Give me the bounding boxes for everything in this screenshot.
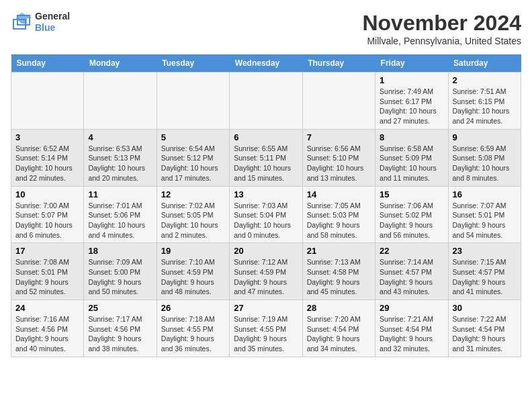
day-number: 13: [234, 189, 298, 199]
calendar-cell: 9Sunrise: 6:59 AM Sunset: 5:08 PM Daylig…: [448, 129, 521, 186]
day-info: Sunrise: 7:07 AM Sunset: 5:01 PM Dayligh…: [453, 201, 517, 240]
day-number: 2: [453, 75, 517, 85]
day-info: Sunrise: 6:59 AM Sunset: 5:08 PM Dayligh…: [453, 144, 517, 183]
day-info: Sunrise: 6:55 AM Sunset: 5:11 PM Dayligh…: [234, 144, 298, 183]
day-info: Sunrise: 6:53 AM Sunset: 5:13 PM Dayligh…: [88, 144, 152, 183]
day-info: Sunrise: 7:12 AM Sunset: 4:59 PM Dayligh…: [234, 257, 298, 297]
day-info: Sunrise: 7:15 AM Sunset: 4:57 PM Dayligh…: [453, 257, 517, 297]
day-info: Sunrise: 7:49 AM Sunset: 6:17 PM Dayligh…: [380, 87, 443, 126]
day-info: Sunrise: 7:20 AM Sunset: 4:54 PM Dayligh…: [307, 314, 371, 354]
day-info: Sunrise: 7:17 AM Sunset: 4:56 PM Dayligh…: [88, 314, 152, 354]
day-number: 25: [88, 303, 152, 313]
calendar-cell: [157, 73, 229, 130]
day-number: 6: [234, 132, 298, 142]
logo-line1: General: [35, 11, 70, 22]
day-number: 18: [88, 246, 152, 256]
day-number: 19: [161, 246, 225, 256]
day-info: Sunrise: 7:16 AM Sunset: 4:56 PM Dayligh…: [15, 314, 79, 354]
calendar-cell: 16Sunrise: 7:07 AM Sunset: 5:01 PM Dayli…: [448, 186, 521, 243]
calendar-cell: 8Sunrise: 6:58 AM Sunset: 5:09 PM Daylig…: [375, 129, 448, 186]
day-info: Sunrise: 7:19 AM Sunset: 4:55 PM Dayligh…: [234, 314, 298, 354]
calendar-week-row: 17Sunrise: 7:08 AM Sunset: 5:01 PM Dayli…: [11, 243, 521, 300]
location: Millvale, Pennsylvania, United States: [362, 36, 521, 46]
weekday-header: Saturday: [448, 54, 521, 73]
day-number: 23: [453, 246, 517, 256]
calendar-cell: 13Sunrise: 7:03 AM Sunset: 5:04 PM Dayli…: [230, 186, 302, 243]
day-number: 27: [234, 303, 298, 313]
calendar-cell: [230, 73, 302, 130]
calendar-cell: 12Sunrise: 7:02 AM Sunset: 5:05 PM Dayli…: [157, 186, 229, 243]
calendar-cell: 6Sunrise: 6:55 AM Sunset: 5:11 PM Daylig…: [230, 129, 302, 186]
calendar-cell: 10Sunrise: 7:00 AM Sunset: 5:07 PM Dayli…: [11, 186, 84, 243]
calendar-week-row: 3Sunrise: 6:52 AM Sunset: 5:14 PM Daylig…: [11, 129, 521, 186]
day-info: Sunrise: 6:52 AM Sunset: 5:14 PM Dayligh…: [15, 144, 79, 183]
weekday-header: Wednesday: [230, 54, 302, 73]
calendar-cell: 18Sunrise: 7:09 AM Sunset: 5:00 PM Dayli…: [84, 243, 157, 300]
day-info: Sunrise: 7:02 AM Sunset: 5:05 PM Dayligh…: [161, 201, 225, 240]
day-info: Sunrise: 7:06 AM Sunset: 5:02 PM Dayligh…: [380, 201, 443, 240]
day-number: 8: [380, 132, 443, 142]
day-info: Sunrise: 7:13 AM Sunset: 4:58 PM Dayligh…: [307, 257, 371, 297]
day-number: 7: [307, 132, 371, 142]
day-info: Sunrise: 7:00 AM Sunset: 5:07 PM Dayligh…: [15, 201, 79, 240]
calendar-cell: 2Sunrise: 7:51 AM Sunset: 6:15 PM Daylig…: [448, 73, 521, 130]
calendar-cell: 5Sunrise: 6:54 AM Sunset: 5:12 PM Daylig…: [157, 129, 229, 186]
weekday-header: Friday: [375, 54, 448, 73]
calendar-cell: 21Sunrise: 7:13 AM Sunset: 4:58 PM Dayli…: [302, 243, 375, 300]
day-number: 4: [88, 132, 152, 142]
day-number: 15: [380, 189, 443, 199]
logo-line2: Blue: [35, 22, 70, 34]
day-info: Sunrise: 7:14 AM Sunset: 4:57 PM Dayligh…: [380, 257, 443, 297]
weekday-header: Monday: [84, 54, 157, 73]
weekday-header: Tuesday: [157, 54, 229, 73]
calendar-cell: 30Sunrise: 7:22 AM Sunset: 4:54 PM Dayli…: [448, 300, 521, 357]
calendar-body: 1Sunrise: 7:49 AM Sunset: 6:17 PM Daylig…: [11, 73, 521, 357]
day-number: 5: [161, 132, 225, 142]
calendar-cell: 17Sunrise: 7:08 AM Sunset: 5:01 PM Dayli…: [11, 243, 84, 300]
logo: General Blue: [11, 11, 70, 34]
calendar-cell: 29Sunrise: 7:21 AM Sunset: 4:54 PM Dayli…: [375, 300, 448, 357]
calendar-cell: 7Sunrise: 6:56 AM Sunset: 5:10 PM Daylig…: [302, 129, 375, 186]
calendar-cell: 1Sunrise: 7:49 AM Sunset: 6:17 PM Daylig…: [375, 73, 448, 130]
day-number: 21: [307, 246, 371, 256]
day-info: Sunrise: 7:01 AM Sunset: 5:06 PM Dayligh…: [88, 201, 152, 240]
day-info: Sunrise: 6:56 AM Sunset: 5:10 PM Dayligh…: [307, 144, 371, 183]
calendar-week-row: 10Sunrise: 7:00 AM Sunset: 5:07 PM Dayli…: [11, 186, 521, 243]
calendar-cell: 22Sunrise: 7:14 AM Sunset: 4:57 PM Dayli…: [375, 243, 448, 300]
weekday-header: Sunday: [11, 54, 84, 73]
day-number: 14: [307, 189, 371, 199]
calendar-cell: 20Sunrise: 7:12 AM Sunset: 4:59 PM Dayli…: [230, 243, 302, 300]
calendar-header: SundayMondayTuesdayWednesdayThursdayFrid…: [11, 54, 521, 73]
day-number: 12: [161, 189, 225, 199]
calendar-cell: 28Sunrise: 7:20 AM Sunset: 4:54 PM Dayli…: [302, 300, 375, 357]
day-number: 30: [453, 303, 517, 313]
calendar-cell: [84, 73, 157, 130]
day-number: 29: [380, 303, 443, 313]
day-info: Sunrise: 7:18 AM Sunset: 4:55 PM Dayligh…: [161, 314, 225, 354]
calendar-cell: [11, 73, 84, 130]
day-number: 11: [88, 189, 152, 199]
day-number: 28: [307, 303, 371, 313]
logo-icon: [11, 13, 32, 32]
header: General Blue November 2024 Millvale, Pen…: [11, 11, 521, 46]
day-info: Sunrise: 7:22 AM Sunset: 4:54 PM Dayligh…: [453, 314, 517, 354]
calendar-cell: 4Sunrise: 6:53 AM Sunset: 5:13 PM Daylig…: [84, 129, 157, 186]
day-number: 24: [15, 303, 79, 313]
day-number: 16: [453, 189, 517, 199]
day-info: Sunrise: 7:51 AM Sunset: 6:15 PM Dayligh…: [453, 87, 517, 126]
calendar-cell: 19Sunrise: 7:10 AM Sunset: 4:59 PM Dayli…: [157, 243, 229, 300]
day-info: Sunrise: 7:05 AM Sunset: 5:03 PM Dayligh…: [307, 201, 371, 240]
day-number: 17: [15, 246, 79, 256]
title-area: November 2024 Millvale, Pennsylvania, Un…: [362, 11, 521, 46]
calendar-cell: 14Sunrise: 7:05 AM Sunset: 5:03 PM Dayli…: [302, 186, 375, 243]
calendar-cell: [302, 73, 375, 130]
calendar-table: SundayMondayTuesdayWednesdayThursdayFrid…: [11, 54, 521, 357]
day-number: 1: [380, 75, 443, 85]
day-info: Sunrise: 7:21 AM Sunset: 4:54 PM Dayligh…: [380, 314, 443, 354]
day-number: 20: [234, 246, 298, 256]
calendar-cell: 27Sunrise: 7:19 AM Sunset: 4:55 PM Dayli…: [230, 300, 302, 357]
calendar-cell: 15Sunrise: 7:06 AM Sunset: 5:02 PM Dayli…: [375, 186, 448, 243]
day-info: Sunrise: 7:03 AM Sunset: 5:04 PM Dayligh…: [234, 201, 298, 240]
calendar-cell: 24Sunrise: 7:16 AM Sunset: 4:56 PM Dayli…: [11, 300, 84, 357]
calendar-cell: 26Sunrise: 7:18 AM Sunset: 4:55 PM Dayli…: [157, 300, 229, 357]
